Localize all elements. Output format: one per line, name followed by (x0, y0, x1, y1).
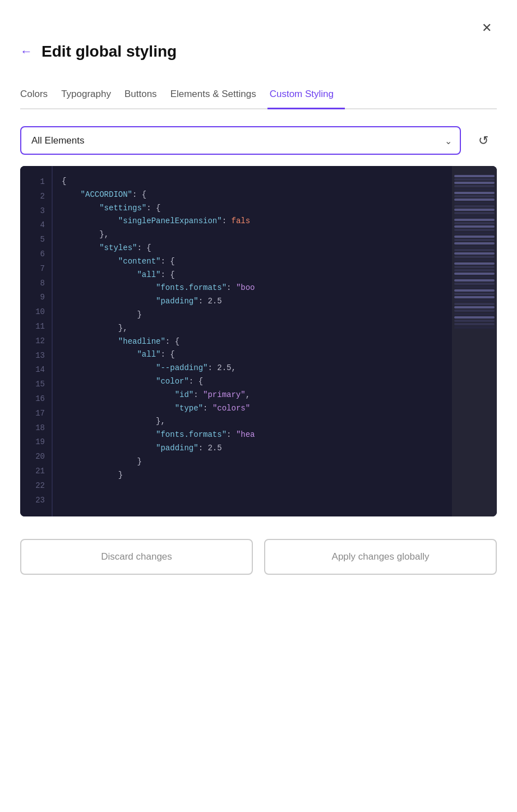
code-line-6: "styles": { (62, 242, 452, 255)
code-line-16: "color": { (62, 375, 452, 389)
code-line-10: "padding": 2.5 (62, 295, 452, 308)
apply-changes-button[interactable]: Apply changes globally (264, 539, 497, 575)
code-line-5: }, (62, 228, 452, 242)
code-editor[interactable]: 1 2 3 4 5 6 7 8 9 10 11 12 13 14 15 16 1… (20, 166, 497, 516)
code-line-1: { (62, 175, 452, 188)
code-line-8: "all": { (62, 269, 452, 282)
tab-elements[interactable]: Elements & Settings (168, 83, 267, 109)
code-line-14: "all": { (62, 348, 452, 362)
discard-changes-button[interactable]: Discard changes (20, 539, 253, 575)
code-line-15: "--padding": 2.5, (62, 362, 452, 375)
code-text[interactable]: { "ACCORDION": { "settings": { "singlePa… (53, 166, 452, 516)
tabs-bar: Colors Typography Buttons Elements & Set… (20, 83, 497, 109)
code-line-17: "id": "primary", (62, 389, 452, 402)
tab-custom-styling[interactable]: Custom Styling (267, 83, 345, 109)
code-line-20: "fonts.formats": "hea (62, 428, 452, 442)
page-title: Edit global styling (41, 43, 177, 61)
tab-buttons[interactable]: Buttons (122, 83, 168, 109)
element-selector[interactable]: All Elements Accordion Button Card Heade… (20, 126, 461, 155)
code-line-23: } (62, 469, 452, 482)
code-line-21: "padding": 2.5 (62, 442, 452, 455)
code-line-2: "ACCORDION": { (62, 188, 452, 202)
tab-colors[interactable]: Colors (20, 83, 59, 109)
element-selector-wrapper: All Elements Accordion Button Card Heade… (20, 126, 461, 155)
close-button[interactable]: ✕ (477, 18, 497, 38)
code-line-22: } (62, 455, 452, 469)
back-button[interactable]: ← (20, 44, 33, 59)
dropdown-row: All Elements Accordion Button Card Heade… (20, 126, 497, 155)
header: ← Edit global styling (20, 0, 497, 83)
history-button[interactable]: ↺ (470, 127, 497, 154)
code-line-7: "content": { (62, 255, 452, 269)
code-line-3: "settings": { (62, 202, 452, 215)
minimap (452, 166, 497, 516)
tab-typography[interactable]: Typography (59, 83, 122, 109)
code-line-4: "singlePanelExpansion": fals (62, 215, 452, 228)
footer-buttons: Discard changes Apply changes globally (20, 539, 497, 597)
code-line-9: "fonts.formats": "boo (62, 282, 452, 295)
code-line-19: }, (62, 415, 452, 428)
code-line-13: "headline": { (62, 335, 452, 349)
page-wrapper: ✕ ← Edit global styling Colors Typograph… (0, 0, 517, 812)
code-line-12: }, (62, 322, 452, 335)
code-line-18: "type": "colors" (62, 402, 452, 416)
code-line-11: } (62, 308, 452, 322)
line-numbers: 1 2 3 4 5 6 7 8 9 10 11 12 13 14 15 16 1… (20, 166, 53, 516)
